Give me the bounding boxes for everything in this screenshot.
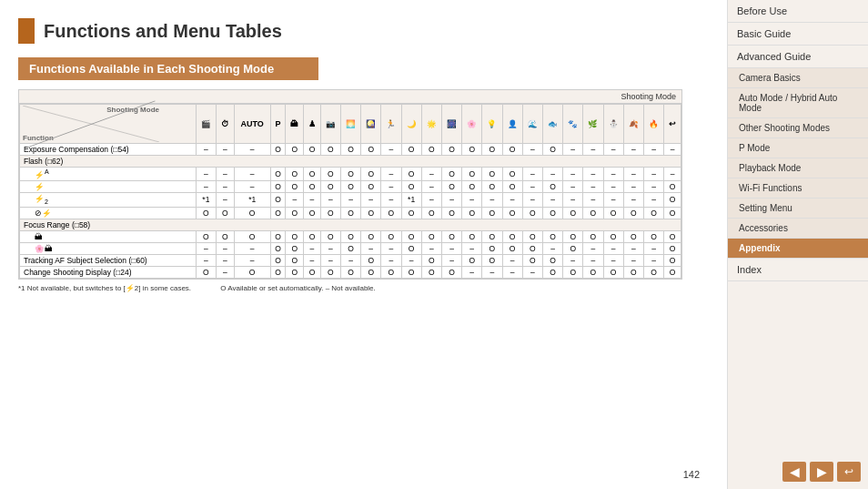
svg-line-0 — [23, 106, 159, 142]
sidebar-spacer — [728, 281, 868, 454]
col-header: 🌸 — [462, 105, 482, 144]
sidebar-item-index[interactable]: Index — [728, 259, 868, 281]
col-header: 👤 — [502, 105, 522, 144]
col-header: P — [270, 105, 286, 144]
section-header: Functions Available in Each Shooting Mod… — [18, 57, 318, 80]
col-header: 📷 — [320, 105, 340, 144]
table-row: Tracking AF Subject Selection (□60) ––– … — [20, 254, 681, 266]
col-header: ♟ — [304, 105, 321, 144]
col-header: ⏱ — [216, 105, 234, 144]
col-header: 🌟 — [421, 105, 441, 144]
page-title-bar: Functions and Menu Tables — [18, 18, 709, 44]
diagonal-header: Shooting Mode Function — [23, 106, 159, 142]
sidebar-item-accessories[interactable]: Accessories — [728, 219, 868, 239]
table-row: ⚡A ––– OOO OOO –O– OOO O–– ––– ––– — [20, 168, 681, 181]
nav-buttons: ◀ ▶ ↩ — [728, 454, 868, 489]
page-number: 142 — [683, 469, 700, 480]
sidebar-item-other-modes[interactable]: Other Shooting Modes — [728, 118, 868, 138]
sidebar-item-playback[interactable]: Playback Mode — [728, 158, 868, 178]
table-row: 🌸🏔 ––– OO– –O– –O– ––O OO– O–– ––O — [20, 242, 681, 254]
col-header: ↩ — [664, 105, 681, 144]
title-accent — [18, 18, 35, 44]
table-row: ⊘⚡ OOO OOO OOO OOO OOO OOO OOO OOO — [20, 207, 681, 219]
col-header: 🎑 — [361, 105, 381, 144]
col-header: 🍂 — [623, 105, 643, 144]
col-header: 🐟 — [542, 105, 562, 144]
main-content: Functions and Menu Tables Functions Avai… — [0, 0, 727, 489]
col-header: 🏃 — [381, 105, 401, 144]
col-header: 🐾 — [563, 105, 583, 144]
table-row: ⚡ ––– OOO OOO –O– OOO O–O ––– ––O — [20, 180, 681, 192]
sidebar-item-setting-menu[interactable]: Setting Menu — [728, 199, 868, 219]
page-title: Functions and Menu Tables — [44, 21, 282, 42]
col-header: ⛄ — [603, 105, 623, 144]
table-row: Exposure Compensation (□54) ––– OOO OOO … — [20, 144, 681, 156]
functions-table-container: Shooting Mode Shooting Mode Function 🎬 ⏱… — [18, 89, 682, 280]
functions-table: Shooting Mode Function 🎬 ⏱ AUTO P 🏔 ♟ 📷 … — [19, 104, 681, 279]
col-header: 🔥 — [643, 105, 663, 144]
col-header: 🏔 — [286, 105, 304, 144]
table-row-group: Flash (□62) — [20, 156, 681, 168]
col-header: 🌙 — [401, 105, 421, 144]
right-sidebar: Before Use Basic Guide Advanced Guide Ca… — [727, 0, 868, 489]
next-button[interactable]: ▶ — [810, 462, 833, 482]
sidebar-item-basic-guide[interactable]: Basic Guide — [728, 23, 868, 46]
func-name: Exposure Compensation (□54) — [20, 144, 197, 156]
col-header: 🎬 — [196, 105, 216, 144]
sidebar-item-p-mode[interactable]: P Mode — [728, 138, 868, 158]
home-button[interactable]: ↩ — [837, 462, 861, 482]
shooting-mode-label: Shooting Mode — [19, 90, 681, 104]
col-header: 💡 — [482, 105, 502, 144]
col-header: 🌊 — [522, 105, 542, 144]
sidebar-item-advanced-guide[interactable]: Advanced Guide — [728, 46, 868, 68]
table-row: ⚡2 *1–*1 O–– ––– –*1– ––– ––– ––– ––O — [20, 192, 681, 207]
table-row: 🏔 OOO OOO OOO OOO OOO OOO OOO OOO — [20, 230, 681, 242]
sidebar-item-before-use[interactable]: Before Use — [728, 0, 868, 23]
col-header: 🌿 — [583, 105, 603, 144]
sidebar-item-wifi[interactable]: Wi-Fi Functions — [728, 178, 868, 199]
diagonal-line — [23, 106, 159, 142]
col-header: 🎆 — [441, 105, 461, 144]
col-header: 🌅 — [340, 105, 360, 144]
sidebar-item-camera-basics[interactable]: Camera Basics — [728, 68, 868, 88]
sidebar-item-auto-mode[interactable]: Auto Mode / Hybrid Auto Mode — [728, 88, 868, 118]
prev-button[interactable]: ◀ — [782, 462, 806, 482]
table-row-group: Focus Range (□58) — [20, 219, 681, 230]
sidebar-item-appendix[interactable]: Appendix — [728, 239, 868, 259]
footnote: *1 Not available, but switches to [⚡2] i… — [18, 284, 709, 292]
legend-text: O Available or set automatically. – Not … — [220, 284, 375, 292]
col-header: AUTO — [234, 105, 270, 144]
table-row: Change Shooting Display (□24) O–O OOO OO… — [20, 266, 681, 278]
